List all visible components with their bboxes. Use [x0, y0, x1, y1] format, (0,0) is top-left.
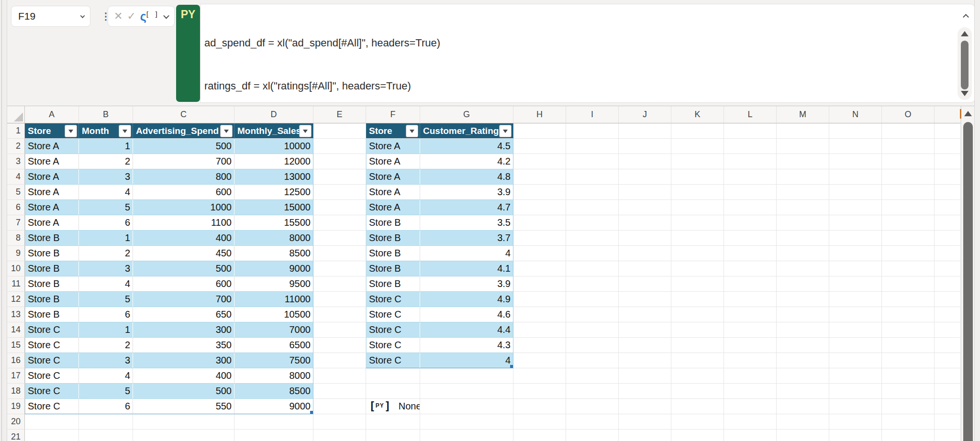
- cell-L11[interactable]: [724, 276, 777, 292]
- cell-H3[interactable]: [513, 154, 566, 169]
- cell-J10[interactable]: [619, 261, 671, 276]
- cell-K10[interactable]: [671, 261, 724, 276]
- cell-O17[interactable]: [882, 368, 935, 384]
- scrollbar-thumb[interactable]: [961, 41, 969, 89]
- cell-J7[interactable]: [619, 215, 671, 231]
- cell-P16[interactable]: [935, 353, 961, 368]
- cell-H14[interactable]: [513, 322, 566, 338]
- cell-J20[interactable]: [619, 414, 671, 430]
- cell-P20[interactable]: [935, 414, 961, 430]
- cell-P9[interactable]: [935, 246, 961, 261]
- python-code[interactable]: ad_spend_df = xl("ad_spend[#All]", heade…: [204, 7, 953, 103]
- cell-B12[interactable]: 5: [79, 292, 133, 307]
- cell-O8[interactable]: [882, 231, 935, 246]
- cell-D8[interactable]: 8000: [234, 231, 313, 246]
- cell-I4[interactable]: [566, 169, 619, 185]
- cell-O11[interactable]: [882, 276, 935, 292]
- cell-C12[interactable]: 700: [133, 292, 234, 307]
- cell-O18[interactable]: [882, 384, 935, 399]
- column-header-N[interactable]: N: [829, 106, 882, 123]
- cell-H18[interactable]: [513, 384, 566, 399]
- cell-G20[interactable]: [420, 414, 513, 430]
- cell-E8[interactable]: [313, 231, 366, 246]
- cell-A13[interactable]: Store B: [25, 307, 79, 322]
- cell-M20[interactable]: [777, 414, 829, 430]
- cell-I14[interactable]: [566, 322, 619, 338]
- cell-H17[interactable]: [513, 368, 566, 384]
- cell-M16[interactable]: [777, 353, 829, 368]
- row-header-9[interactable]: 9: [7, 246, 25, 261]
- cell-N1[interactable]: [829, 123, 882, 139]
- cell-M17[interactable]: [777, 368, 829, 384]
- cell-E6[interactable]: [313, 200, 366, 215]
- cell-H9[interactable]: [513, 246, 566, 261]
- cell-E1[interactable]: [313, 123, 366, 139]
- cell-O14[interactable]: [882, 322, 935, 338]
- cell-B21[interactable]: [79, 430, 133, 441]
- cell-I18[interactable]: [566, 384, 619, 399]
- cell-F3[interactable]: Store A: [366, 154, 420, 169]
- cell-G13[interactable]: 4.6: [420, 307, 513, 322]
- cell-C8[interactable]: 400: [133, 231, 234, 246]
- cell-O1[interactable]: [882, 123, 935, 139]
- cell-N6[interactable]: [829, 200, 882, 215]
- name-box[interactable]: F19: [11, 6, 90, 27]
- cell-N15[interactable]: [829, 338, 882, 353]
- cell-J2[interactable]: [619, 139, 671, 154]
- cell-B17[interactable]: 4: [79, 368, 133, 384]
- cell-J21[interactable]: [619, 430, 671, 441]
- scroll-up-icon[interactable]: [961, 31, 969, 36]
- cell-D2[interactable]: 10000: [234, 139, 313, 154]
- cancel-icon[interactable]: ✕: [114, 11, 122, 22]
- cell-J5[interactable]: [619, 185, 671, 200]
- cell-B19[interactable]: 6: [79, 399, 133, 414]
- cell-B5[interactable]: 4: [79, 185, 133, 200]
- cell-F20[interactable]: [366, 414, 420, 430]
- cell-E17[interactable]: [313, 368, 366, 384]
- cell-B2[interactable]: 1: [79, 139, 133, 154]
- cell-L15[interactable]: [724, 338, 777, 353]
- cell-O7[interactable]: [882, 215, 935, 231]
- cell-H6[interactable]: [513, 200, 566, 215]
- cell-F16[interactable]: Store C: [366, 353, 420, 368]
- row-header-12[interactable]: 12: [7, 292, 25, 307]
- cell-O4[interactable]: [882, 169, 935, 185]
- cell-O19[interactable]: [882, 399, 935, 414]
- cell-M15[interactable]: [777, 338, 829, 353]
- code-line[interactable]: ad_spend_df = xl("ad_spend[#All]", heade…: [204, 36, 953, 50]
- cell-F14[interactable]: Store C: [366, 322, 420, 338]
- cell-F13[interactable]: Store C: [366, 307, 420, 322]
- cell-L5[interactable]: [724, 185, 777, 200]
- cell-F15[interactable]: Store C: [366, 338, 420, 353]
- cell-K13[interactable]: [671, 307, 724, 322]
- cell-E2[interactable]: [313, 139, 366, 154]
- cell-M12[interactable]: [777, 292, 829, 307]
- cell-N12[interactable]: [829, 292, 882, 307]
- cell-P8[interactable]: [935, 231, 961, 246]
- row-header-17[interactable]: 17: [7, 368, 25, 384]
- table-header-cell[interactable]: Advertising_Spend: [133, 123, 234, 139]
- scroll-down-icon[interactable]: [961, 91, 969, 96]
- cell-P18[interactable]: [935, 384, 961, 399]
- cell-F19[interactable]: [PY]None: [366, 399, 420, 414]
- cell-H12[interactable]: [513, 292, 566, 307]
- cell-P7[interactable]: [935, 215, 961, 231]
- cell-F2[interactable]: Store A: [366, 139, 420, 154]
- cell-A19[interactable]: Store C: [25, 399, 79, 414]
- row-header-10[interactable]: 10: [7, 261, 25, 276]
- cell-F18[interactable]: [366, 384, 420, 399]
- cell-J16[interactable]: [619, 353, 671, 368]
- cell-H1[interactable]: [513, 123, 566, 139]
- cell-H10[interactable]: [513, 261, 566, 276]
- cell-C9[interactable]: 450: [133, 246, 234, 261]
- cell-E15[interactable]: [313, 338, 366, 353]
- cell-P19[interactable]: [935, 399, 961, 414]
- cell-I1[interactable]: [566, 123, 619, 139]
- cell-G14[interactable]: 4.4: [420, 322, 513, 338]
- cell-B4[interactable]: 3: [79, 169, 133, 185]
- cell-G8[interactable]: 3.7: [420, 231, 513, 246]
- cell-J14[interactable]: [619, 322, 671, 338]
- cell-K12[interactable]: [671, 292, 724, 307]
- cell-J1[interactable]: [619, 123, 671, 139]
- cell-O6[interactable]: [882, 200, 935, 215]
